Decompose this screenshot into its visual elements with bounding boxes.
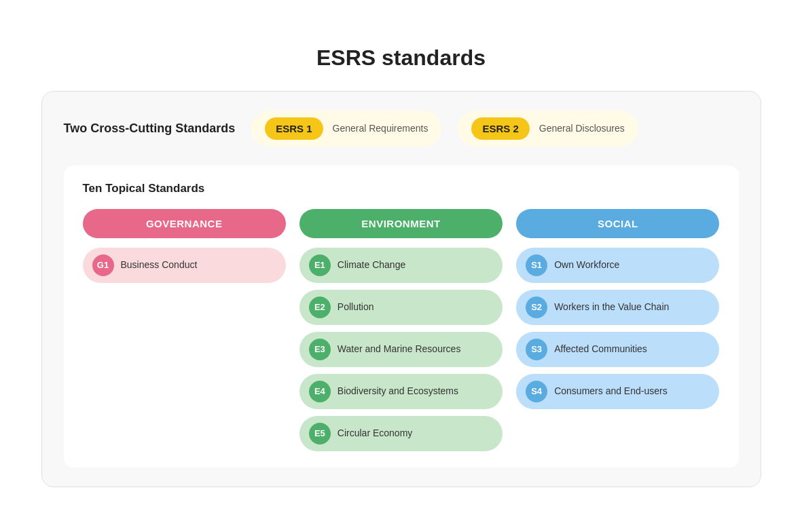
list-item: E1 Climate Change — [299, 248, 503, 283]
g1-badge: G1 — [92, 254, 114, 276]
list-item: S2 Workers in the Value Chain — [516, 290, 719, 325]
e5-text: Circular Economy — [338, 427, 412, 439]
environment-column: ENVIRONMENT E1 Climate Change E2 Polluti… — [299, 209, 503, 451]
e4-text: Biodiversity and Ecosystems — [338, 385, 458, 397]
s3-text: Affected Communities — [554, 343, 647, 355]
e3-badge: E3 — [309, 339, 331, 360]
list-item: S1 Own Workforce — [516, 248, 719, 283]
page-wrapper: ESRS standards Two Cross-Cutting Standar… — [28, 25, 775, 508]
list-item: E3 Water and Marine Resources — [299, 332, 503, 367]
list-item: E2 Pollution — [299, 290, 503, 325]
esrs1-badge: ESRS 1 — [265, 117, 323, 140]
topical-card: Ten Topical Standards GOVERNANCE G1 Busi… — [64, 166, 739, 468]
e1-text: Climate Change — [338, 259, 405, 271]
e3-text: Water and Marine Resources — [338, 343, 461, 355]
s4-text: Consumers and End-users — [554, 385, 668, 397]
s2-text: Workers in the Value Chain — [554, 301, 669, 313]
page-title: ESRS standards — [41, 45, 761, 71]
governance-header: GOVERNANCE — [83, 209, 286, 238]
g1-text: Business Conduct — [121, 259, 198, 271]
social-column: SOCIAL S1 Own Workforce S2 Workers in th… — [516, 209, 719, 409]
esrs2-badge: ESRS 2 — [471, 117, 529, 140]
s1-badge: S1 — [526, 254, 547, 276]
s4-badge: S4 — [526, 381, 547, 402]
esrs1-group: ESRS 1 General Requirements — [251, 111, 441, 147]
s2-badge: S2 — [526, 297, 547, 318]
environment-header: ENVIRONMENT — [299, 209, 503, 238]
e4-badge: E4 — [309, 381, 331, 402]
columns-row: GOVERNANCE G1 Business Conduct ENVIRONME… — [83, 209, 720, 451]
list-item: E4 Biodiversity and Ecosystems — [299, 374, 503, 409]
topical-title: Ten Topical Standards — [83, 182, 720, 195]
e1-badge: E1 — [309, 254, 331, 276]
esrs2-group: ESRS 2 General Disclosures — [458, 111, 638, 147]
outer-card: Two Cross-Cutting Standards ESRS 1 Gener… — [41, 91, 761, 487]
list-item: S4 Consumers and End-users — [516, 374, 719, 409]
list-item: S3 Affected Communities — [516, 332, 719, 367]
e2-text: Pollution — [338, 301, 374, 313]
cross-cutting-section: Two Cross-Cutting Standards ESRS 1 Gener… — [64, 111, 739, 147]
e2-badge: E2 — [309, 297, 331, 318]
cross-cutting-label: Two Cross-Cutting Standards — [64, 121, 236, 136]
list-item: E5 Circular Economy — [299, 416, 503, 451]
esrs2-text: General Disclosures — [539, 122, 625, 134]
social-header: SOCIAL — [516, 209, 719, 238]
s1-text: Own Workforce — [554, 259, 619, 271]
e5-badge: E5 — [309, 423, 331, 444]
esrs1-text: General Requirements — [333, 122, 429, 134]
governance-column: GOVERNANCE G1 Business Conduct — [83, 209, 286, 283]
list-item: G1 Business Conduct — [83, 248, 286, 283]
s3-badge: S3 — [526, 339, 547, 360]
